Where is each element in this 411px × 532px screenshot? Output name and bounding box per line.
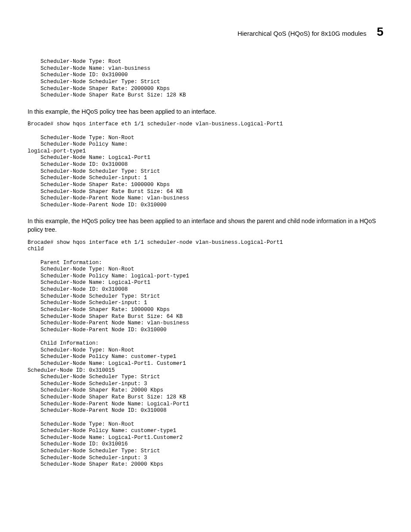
document-page: Hierarchical QoS (HQoS) for 8x10G module…: [0, 0, 411, 503]
paragraph-1: In this example, the HQoS policy tree ha…: [28, 108, 383, 116]
header-title: Hierarchical QoS (HQoS) for 8x10G module…: [237, 30, 366, 37]
code-block-2: Brocade# show hqos interface eth 1/1 sch…: [28, 121, 383, 208]
code-block-1: Scheduler-Node Type: Root Scheduler-Node…: [28, 59, 383, 99]
page-header: Hierarchical QoS (HQoS) for 8x10G module…: [28, 26, 383, 38]
chapter-number: 5: [377, 26, 383, 38]
code-block-3: Brocade# show hqos interface eth 1/1 sch…: [28, 240, 383, 468]
paragraph-2: In this example, the HQoS policy tree ha…: [28, 217, 383, 234]
